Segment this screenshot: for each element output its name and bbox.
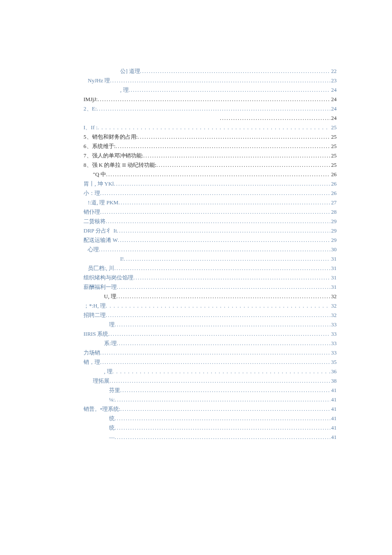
toc-label[interactable]: NyJHz 理 [88,76,110,85]
toc-page-number[interactable]: 33 [330,320,337,329]
toc-page-number[interactable]: 29 [330,217,337,226]
toc-page-number[interactable]: 25 [330,151,337,160]
toc-label[interactable]: 理 [109,320,115,329]
toc-page-number[interactable]: 25 [330,142,337,151]
toc-label[interactable]: 组织绪构与岗位馅理 [84,273,133,282]
toc-label[interactable]: IMJjJ: [84,95,98,104]
toc-page-number[interactable]: 33 [330,329,337,339]
toc-page-number[interactable]: 31 [330,282,337,292]
toc-page-number[interactable]: 24 [330,95,337,104]
toc-page-number[interactable]: 24 [330,85,337,95]
toc-page-number[interactable]: 41 [330,423,337,433]
toc-row: 力场销33 [84,348,337,357]
toc-row: 统41 [84,414,337,423]
toc-row: 统41 [84,423,337,433]
toc-page-number[interactable]: 22 [330,67,337,76]
toc-row: —41 [84,433,337,442]
toc-page-number[interactable]: 35 [330,357,337,367]
toc-leader [124,254,330,264]
toc-page-number[interactable]: 33 [330,348,337,357]
toc-page-number[interactable]: 38 [330,376,337,386]
toc-label[interactable]: 胃丨, 坤 YKl [84,179,114,189]
toc-label[interactable]: 销仆理 [84,207,100,217]
toc-leader [106,311,330,320]
toc-label[interactable]: ″Q 中 [93,170,106,179]
toc-label[interactable]: I! [120,254,124,264]
toc-row: 系:理33 [84,339,337,348]
toc-page-number[interactable]: 27 [330,198,337,207]
toc-label[interactable]: 2、E: [84,104,97,113]
toc-label[interactable]: !:道, 理 PKM [88,198,118,207]
toc-label[interactable]: 芬里 [109,386,120,395]
toc-leader [120,386,330,395]
toc-page-number[interactable]: 31 [330,254,337,264]
toc-page-number[interactable]: 41 [330,404,337,414]
toc-label[interactable]: U, 理 [104,292,116,301]
toc-leader [110,76,330,85]
toc-page-number[interactable]: 41 [330,395,337,404]
toc-leader [115,423,330,433]
toc-label[interactable]: 5、销包和财务的占用: [84,132,138,142]
toc-page-number[interactable]: 28 [330,207,337,217]
toc-label[interactable]: 小：理 [84,189,100,198]
toc-page-number[interactable]: 23 [330,76,337,85]
toc-page-number[interactable]: 29 [330,226,337,235]
toc-label[interactable]: 销普。•理系统: [84,404,120,414]
toc-label[interactable]: 心理 [88,245,99,254]
toc-row: I、If :25 [84,123,337,132]
toc-page-number[interactable]: 31 [330,273,337,282]
toc-label[interactable]: 统 [109,414,115,423]
toc-label[interactable]: , 理 [120,85,129,95]
toc-page-number[interactable]: 41 [330,433,337,442]
toc-leader [98,123,330,132]
toc-page-number[interactable]: 29 [330,235,337,245]
toc-label[interactable]: 8、强 K 的单拉 II 动纪转功能: [84,160,156,170]
toc-page-number[interactable]: 31 [330,264,337,273]
toc-label[interactable]: ；*:H, 理 [84,301,106,311]
toc-page-number[interactable]: 30 [330,245,337,254]
toc-page-number[interactable]: 24 [330,104,337,113]
toc-page-number[interactable]: 32 [330,301,337,311]
toc-row: 芬里41 [84,386,337,395]
toc-label[interactable]: 7、强人的单邓冲销功能: [84,151,143,160]
toc-leader [133,273,330,282]
toc-leader [117,339,330,348]
toc-label[interactable]: 薪酬福利一理 [84,282,117,292]
toc-page-number[interactable]: 26 [330,189,337,198]
toc-leader [106,217,330,226]
toc-page-number[interactable]: 33 [330,339,337,348]
toc-label[interactable]: IIRIS 系统 [84,329,108,339]
toc-page-number[interactable]: 24 [330,113,337,123]
toc-page-number[interactable]: 32 [330,292,337,301]
toc-label[interactable]: 力场销 [84,348,100,357]
toc-page-number[interactable]: 25 [330,160,337,170]
toc-page-number[interactable]: 41 [330,414,337,423]
toc-label[interactable]: 员匚档:, 川 [88,264,114,273]
toc-label[interactable]: I、If : [84,123,98,132]
toc-label[interactable]: DRP 分占彳 It [84,226,117,235]
toc-label[interactable]: 统 [109,423,115,433]
toc-label[interactable]: 二货核将 [84,217,106,226]
toc-label[interactable]: 系:理 [104,339,117,348]
toc-leader [100,189,330,198]
toc-label[interactable]: 理拓展 [93,376,110,386]
toc-page-number[interactable]: 41 [330,386,337,395]
toc-label[interactable]: 招聘二理 [84,311,106,320]
toc-page-number[interactable]: 26 [330,179,337,189]
toc-label[interactable]: 销，理 [84,357,100,367]
toc-leader [115,395,330,404]
toc-label[interactable]: 6、系统维于: [84,142,115,151]
toc-page-number[interactable]: 32 [330,311,337,320]
toc-row: 心理30 [84,245,337,254]
toc-leader [129,85,331,95]
toc-page-number[interactable]: 25 [330,123,337,132]
toc-label[interactable]: , 理 [104,367,112,376]
toc-page-number[interactable]: 36 [330,367,337,376]
toc-label[interactable]: 配送运输淆 W [84,235,118,245]
toc-page-number[interactable]: 25 [330,132,337,142]
toc-label[interactable]: 公] 道理 [120,67,140,76]
toc-page-number[interactable]: 26 [330,170,337,179]
toc-label[interactable]: ⅛: [109,395,115,404]
toc-label[interactable]: — [109,433,115,442]
document-page: 公] 道理22NyJHz 理23, 理24IMJjJ:242、E:2424I、I… [0,0,392,555]
